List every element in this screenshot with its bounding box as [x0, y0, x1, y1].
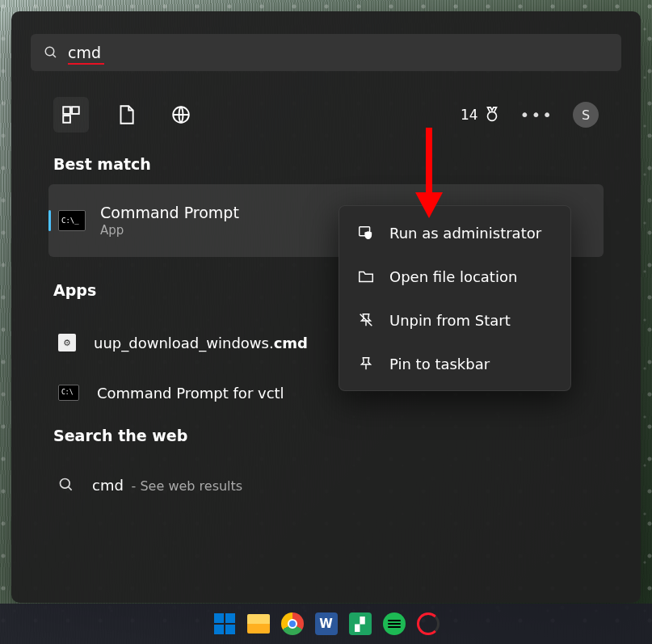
section-label-apps: Apps — [53, 281, 96, 299]
svg-rect-2 — [63, 107, 70, 114]
svg-point-6 — [487, 112, 496, 120]
google-chat-button[interactable]: ▞ — [347, 611, 373, 637]
section-label-search-web: Search the web — [53, 427, 187, 444]
folder-icon — [357, 267, 375, 285]
svg-point-7 — [61, 479, 70, 489]
selection-indicator — [48, 210, 51, 231]
svg-line-8 — [69, 487, 72, 490]
ctx-run-as-admin[interactable]: Run as administrator — [339, 211, 570, 255]
svg-point-0 — [45, 47, 54, 56]
unpin-icon — [357, 311, 375, 329]
annotation-underline — [68, 63, 104, 65]
avatar-initial: S — [582, 107, 590, 123]
rewards-count: 14 — [461, 107, 478, 123]
start-button[interactable] — [212, 611, 238, 637]
svg-line-1 — [53, 54, 56, 57]
ctx-label: Open file location — [389, 268, 517, 285]
rewards-button[interactable]: 14 — [461, 106, 501, 124]
filter-documents-icon[interactable] — [108, 97, 144, 133]
pin-icon — [357, 355, 375, 373]
search-query-text: cmd — [68, 44, 101, 61]
search-input[interactable]: cmd — [31, 34, 621, 71]
ctx-open-file-location[interactable]: Open file location — [339, 255, 570, 298]
ctx-pin-to-taskbar[interactable]: Pin to taskbar — [339, 342, 570, 385]
svg-rect-4 — [63, 116, 70, 123]
filter-apps-icon[interactable] — [53, 97, 89, 133]
chrome-button[interactable] — [280, 611, 305, 637]
search-filter-bar: 14 ••• S — [53, 90, 599, 139]
web-result-label: cmd - See web results — [92, 477, 242, 494]
app-result-label: uup_download_windows.cmd — [94, 335, 308, 351]
search-icon — [44, 45, 58, 60]
command-prompt-icon: C:\ — [58, 385, 79, 401]
filter-web-icon[interactable] — [163, 97, 199, 133]
context-menu: Run as administrator Open file location … — [339, 205, 571, 391]
command-prompt-icon: C:\_ — [58, 210, 86, 231]
cmd-file-icon: ⚙ — [58, 334, 76, 351]
taskbar: W ▞ — [0, 604, 652, 644]
ctx-label: Pin to taskbar — [389, 356, 490, 373]
admin-shield-icon — [357, 224, 375, 242]
rewards-medal-icon — [483, 106, 501, 124]
best-match-title: Command Prompt — [100, 204, 239, 221]
svg-rect-3 — [72, 107, 79, 114]
ctx-label: Run as administrator — [389, 225, 541, 242]
best-match-subtitle: App — [100, 223, 239, 238]
ctx-label: Unpin from Start — [389, 312, 511, 329]
search-icon — [58, 477, 74, 493]
user-avatar[interactable]: S — [573, 102, 599, 128]
ctx-unpin-from-start[interactable]: Unpin from Start — [339, 298, 570, 342]
section-label-best-match: Best match — [53, 155, 151, 173]
app-result-label: Command Prompt for vctl — [97, 385, 284, 402]
word-button[interactable]: W — [313, 611, 339, 637]
start-search-panel: cmd 14 ••• S Best match C:\_ Co — [11, 11, 641, 603]
more-options-button[interactable]: ••• — [515, 105, 558, 124]
file-explorer-button[interactable] — [246, 611, 271, 637]
opera-button[interactable] — [415, 611, 441, 637]
spotify-button[interactable] — [381, 611, 407, 637]
web-search-result[interactable]: cmd - See web results — [48, 465, 604, 504]
